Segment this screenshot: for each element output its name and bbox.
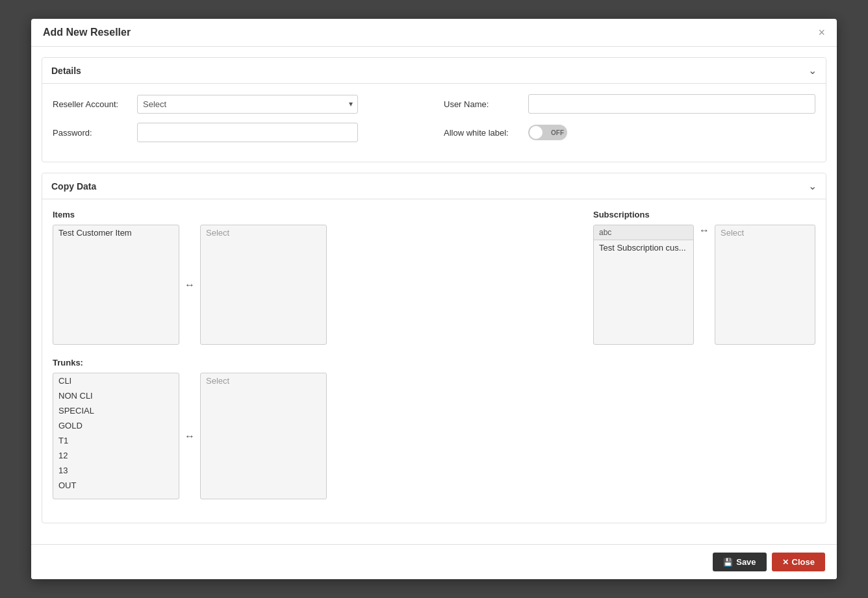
trunks-transfer-row: CLI NON CLI SPECIAL GOLD T1 12 13 OUT ↔ (53, 373, 815, 499)
trunks-section: Trunks: CLI NON CLI SPECIAL GOLD T1 12 1… (53, 358, 815, 499)
items-transfer-row: Test Customer Item ↔ Select (53, 225, 327, 345)
close-label: Close (792, 557, 815, 567)
form-row-2: Password: Allow white label: OFF (53, 123, 815, 142)
save-button[interactable]: 💾 Save (713, 553, 766, 571)
modal-header: Add New Reseller × (31, 19, 837, 47)
subscriptions-transfer-arrow[interactable]: ↔ (699, 225, 709, 236)
details-section-header[interactable]: Details ⌄ (42, 58, 826, 84)
trunk-item[interactable]: T1 (53, 433, 179, 448)
reseller-account-group: Reseller Account: Select ▾ (53, 95, 424, 114)
white-label-group: Allow white label: OFF (444, 125, 815, 140)
subscription-list-item[interactable]: Test Subscription cus... (594, 240, 693, 255)
items-transfer-arrow[interactable]: ↔ (185, 279, 195, 291)
copy-data-body: Items Test Customer Item ↔ Select (42, 199, 826, 523)
white-label-label: Allow white label: (444, 128, 522, 138)
username-input[interactable] (528, 94, 815, 114)
details-section-body: Reseller Account: Select ▾ User Name: (42, 84, 826, 162)
trunk-item[interactable]: 13 (53, 463, 179, 478)
username-group: User Name: (444, 94, 815, 114)
white-label-toggle-wrapper: OFF (528, 125, 567, 140)
close-icon: ✕ (782, 558, 789, 567)
close-button[interactable]: ✕ Close (772, 553, 825, 571)
details-section-title: Details (51, 66, 81, 76)
items-subscriptions-grid: Items Test Customer Item ↔ Select (53, 210, 815, 358)
copy-data-section-title: Copy Data (51, 181, 96, 192)
items-left-list[interactable]: Test Customer Item (53, 225, 179, 345)
subscriptions-left-header: abc (594, 225, 693, 240)
reseller-account-select-wrapper: Select ▾ (137, 95, 358, 114)
items-right-placeholder: Select (201, 225, 326, 240)
trunks-right-placeholder: Select (201, 373, 326, 388)
trunk-item[interactable]: NON CLI (53, 388, 179, 403)
toggle-state-label: OFF (551, 129, 564, 136)
copy-data-chevron-icon: ⌄ (808, 180, 817, 192)
trunks-right-list[interactable]: Select (200, 373, 327, 499)
password-label: Password: (53, 128, 131, 138)
modal-overlay: Add New Reseller × Details ⌄ Reseller Ac… (0, 0, 868, 598)
trunk-item[interactable]: SPECIAL (53, 403, 179, 418)
reseller-account-select[interactable]: Select (137, 95, 358, 114)
trunk-item[interactable]: GOLD (53, 418, 179, 433)
username-label: User Name: (444, 99, 522, 109)
items-col: Items Test Customer Item ↔ Select (53, 210, 327, 358)
add-new-reseller-modal: Add New Reseller × Details ⌄ Reseller Ac… (31, 19, 837, 579)
modal-header-close-button[interactable]: × (818, 27, 825, 38)
modal-body: Details ⌄ Reseller Account: Select ▾ (31, 47, 837, 544)
copy-data-section-header[interactable]: Copy Data ⌄ (42, 173, 826, 199)
modal-footer: 💾 Save ✕ Close (31, 544, 837, 579)
details-chevron-icon: ⌄ (808, 64, 817, 77)
trunks-label: Trunks: (53, 358, 815, 368)
modal-title: Add New Reseller (43, 27, 131, 38)
list-item[interactable]: Test Customer Item (53, 225, 179, 240)
password-group: Password: (53, 123, 424, 142)
subscriptions-transfer-row: abc Test Subscription cus... ↔ Select (593, 225, 815, 345)
toggle-knob (530, 126, 542, 139)
save-icon: 💾 (723, 558, 733, 567)
copy-data-section: Copy Data ⌄ Items Test Customer Item (42, 173, 826, 523)
trunks-transfer-arrow[interactable]: ↔ (185, 430, 195, 442)
trunk-item[interactable]: OUT (53, 478, 179, 493)
white-label-toggle[interactable]: OFF (528, 125, 567, 140)
subscriptions-col: Subscriptions abc Test Subscription cus.… (593, 210, 815, 358)
items-right-list[interactable]: Select (200, 225, 327, 345)
form-row-1: Reseller Account: Select ▾ User Name: (53, 94, 815, 114)
trunk-item[interactable]: CLI (53, 373, 179, 388)
items-label: Items (53, 210, 327, 219)
reseller-account-label: Reseller Account: (53, 99, 131, 109)
trunks-left-list[interactable]: CLI NON CLI SPECIAL GOLD T1 12 13 OUT (53, 373, 179, 499)
details-section: Details ⌄ Reseller Account: Select ▾ (42, 57, 826, 162)
save-label: Save (736, 557, 756, 567)
subscriptions-right-list[interactable]: Select (715, 225, 815, 345)
password-input[interactable] (137, 123, 358, 142)
subscriptions-left-list[interactable]: abc Test Subscription cus... (593, 225, 694, 345)
subscriptions-label: Subscriptions (593, 210, 815, 219)
subscriptions-right-placeholder: Select (715, 225, 815, 240)
trunk-item[interactable]: 12 (53, 448, 179, 463)
